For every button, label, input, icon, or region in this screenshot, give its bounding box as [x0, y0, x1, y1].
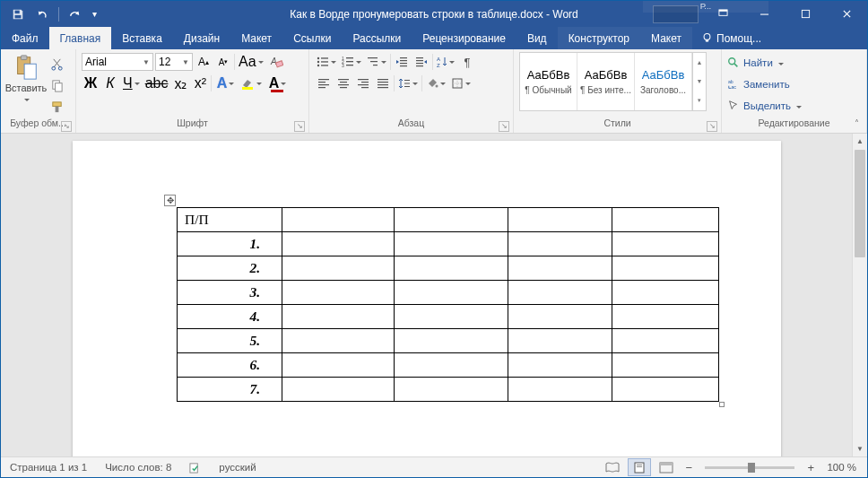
tab-table-layout[interactable]: Макет [640, 27, 692, 49]
change-case-button[interactable]: Aa [237, 52, 265, 72]
table-cell[interactable] [508, 256, 612, 281]
table-cell[interactable] [612, 329, 719, 353]
scroll-up-arrow[interactable]: ▲ [853, 134, 867, 149]
print-layout-button[interactable] [628, 458, 651, 476]
table-cell[interactable] [282, 232, 395, 256]
table-cell[interactable] [395, 329, 508, 353]
table-number-cell[interactable]: 7. [178, 378, 282, 402]
table-resize-handle[interactable] [719, 402, 725, 407]
multilevel-button[interactable] [365, 52, 388, 72]
copy-button[interactable] [48, 75, 65, 95]
table-number-cell[interactable]: 5. [178, 329, 282, 353]
tab-home[interactable]: Главная [49, 27, 112, 49]
tab-review[interactable]: Рецензирование [412, 27, 516, 49]
line-spacing-button[interactable] [396, 74, 420, 93]
table-cell[interactable] [508, 208, 612, 232]
justify-button[interactable] [374, 74, 392, 93]
paste-button[interactable]: Вставить [6, 52, 46, 117]
zoom-in-button[interactable]: + [803, 461, 818, 474]
table-number-cell[interactable]: 2. [178, 256, 282, 281]
table-cell[interactable] [282, 378, 395, 402]
format-painter-button[interactable] [48, 97, 65, 117]
table-cell[interactable] [282, 256, 395, 281]
table-header-cell[interactable]: П/П [178, 208, 282, 232]
outdent-button[interactable] [393, 52, 411, 72]
table-cell[interactable] [282, 353, 395, 378]
vertical-scrollbar[interactable]: ▲ ▼ [852, 134, 867, 456]
table-cell[interactable] [612, 305, 719, 329]
tab-table-design[interactable]: Конструктор [558, 27, 640, 49]
table-number-cell[interactable]: 6. [178, 353, 282, 378]
table-number-cell[interactable]: 1. [178, 232, 282, 256]
table-number-cell[interactable]: 3. [178, 281, 282, 305]
shading-button[interactable] [424, 74, 447, 93]
collapse-ribbon-button[interactable]: ˄ [849, 118, 864, 131]
account-box[interactable] [653, 5, 699, 23]
table-number-cell[interactable]: 4. [178, 305, 282, 329]
read-mode-button[interactable] [601, 458, 624, 476]
save-button[interactable] [6, 4, 30, 25]
ribbon-options-button[interactable] [702, 1, 743, 27]
superscript-button[interactable]: x² [191, 74, 209, 93]
close-button[interactable] [826, 1, 867, 27]
text-effects-button[interactable]: A [213, 74, 237, 93]
style-heading[interactable]: АаБбВвЗаголово... [635, 53, 692, 110]
paragraph-dialog-launcher[interactable]: ↘ [499, 121, 509, 132]
zoom-slider-handle[interactable] [748, 463, 755, 473]
italic-button[interactable]: К [101, 74, 119, 93]
tab-file[interactable]: Файл [1, 27, 49, 49]
redo-button[interactable] [63, 4, 86, 25]
select-button[interactable]: Выделить [727, 96, 861, 116]
sort-button[interactable]: AZ [435, 52, 456, 72]
borders-button[interactable] [449, 74, 473, 93]
minimize-button[interactable] [743, 1, 785, 27]
table-cell[interactable] [282, 281, 395, 305]
subscript-button[interactable]: x₂ [171, 74, 189, 93]
tab-design[interactable]: Дизайн [173, 27, 230, 49]
replace-button[interactable]: abacЗаменить [727, 74, 861, 94]
clipboard-dialog-launcher[interactable]: ↘ [61, 121, 72, 132]
page[interactable]: ✥ П/П 1. 2. 3. 4. 5. 6. 7. [73, 141, 781, 456]
maximize-button[interactable] [785, 1, 826, 27]
table-cell[interactable] [282, 305, 395, 329]
indent-button[interactable] [412, 52, 430, 72]
styles-gallery[interactable]: АаБбВв¶ Обычный АаБбВв¶ Без инте... АаБб… [519, 52, 707, 111]
table-cell[interactable] [282, 208, 395, 232]
font-color-button[interactable]: A [265, 74, 289, 93]
table-cell[interactable] [508, 305, 612, 329]
table-cell[interactable] [395, 232, 508, 256]
table-cell[interactable] [508, 329, 612, 353]
table-cell[interactable] [508, 281, 612, 305]
table-cell[interactable] [612, 378, 719, 402]
scroll-down-arrow[interactable]: ▼ [853, 441, 867, 456]
bold-button[interactable]: Ж [82, 74, 100, 93]
align-left-button[interactable] [315, 74, 333, 93]
styles-dialog-launcher[interactable]: ↘ [707, 121, 717, 132]
web-layout-button[interactable] [655, 458, 678, 476]
style-normal[interactable]: АаБбВв¶ Обычный [520, 53, 577, 110]
table-cell[interactable] [612, 353, 719, 378]
grow-font-button[interactable]: A▴ [195, 52, 213, 72]
style-nospacing[interactable]: АаБбВв¶ Без инте... [577, 53, 635, 110]
zoom-slider[interactable] [705, 466, 794, 469]
table-move-handle[interactable]: ✥ [164, 195, 176, 206]
status-language[interactable]: русский [210, 462, 265, 473]
table-cell[interactable] [395, 305, 508, 329]
table-cell[interactable] [508, 232, 612, 256]
tab-references[interactable]: Ссылки [282, 27, 342, 49]
table-cell[interactable] [395, 208, 508, 232]
find-button[interactable]: Найти [727, 53, 861, 73]
font-name-combo[interactable]: Arial▼ [82, 53, 153, 71]
table-cell[interactable] [612, 281, 719, 305]
undo-button[interactable] [31, 4, 55, 25]
table-cell[interactable] [612, 256, 719, 281]
zoom-out-button[interactable]: − [681, 461, 696, 474]
shrink-font-button[interactable]: A▾ [214, 52, 232, 72]
tab-mailings[interactable]: Рассылки [342, 27, 412, 49]
tab-insert[interactable]: Вставка [111, 27, 173, 49]
table-cell[interactable] [395, 353, 508, 378]
table-cell[interactable] [612, 232, 719, 256]
underline-button[interactable]: Ч [121, 74, 142, 93]
bullets-button[interactable] [315, 52, 338, 72]
styles-gallery-scroller[interactable]: ▲▼▾ [692, 53, 706, 110]
